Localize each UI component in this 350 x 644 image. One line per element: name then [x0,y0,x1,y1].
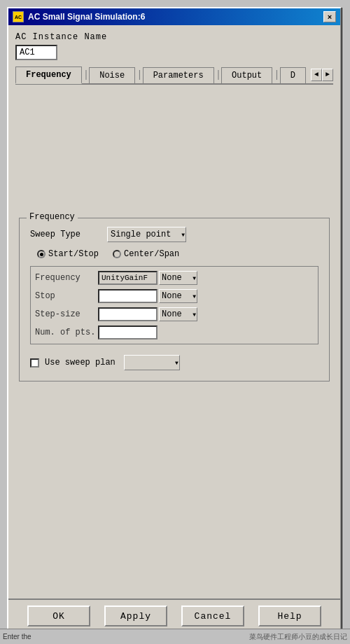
sweep-plan-select[interactable] [124,355,180,370]
radio-row: Start/Stop Center/Span [37,249,318,259]
window-body: AC Instance Name Frequency | Noise | Par… [8,25,340,598]
param-frequency-unit-select[interactable]: None Hz kHz MHz GHz [159,271,197,285]
tab-scroll: ◄ ► [311,69,333,81]
radio-start-stop-label: Start/Stop [48,249,99,259]
param-stepsize-input[interactable] [98,307,158,321]
window-icon: AC [13,11,24,22]
window-title: AC Small Signal Simulation:6 [28,12,145,22]
param-table: Frequency UnityGainF None Hz kHz MHz GHz [30,266,318,344]
param-row-stepsize: Step-size None Hz kHz MHz GHz ▼ [35,307,314,321]
param-stop-unit-select[interactable]: None Hz kHz MHz GHz [159,289,197,303]
tab-d[interactable]: D [280,67,306,83]
tab-sep-2: | [136,69,142,80]
param-row-frequency: Frequency UnityGainF None Hz kHz MHz GHz [35,271,314,285]
group-legend: Frequency [27,212,78,222]
tab-output[interactable]: Output [221,67,272,83]
apply-button[interactable]: Apply [104,606,167,626]
radio-start-stop-circle[interactable] [37,250,46,258]
param-numpts-input[interactable] [98,326,158,340]
param-frequency-unit-wrapper: None Hz kHz MHz GHz ▼ [159,271,197,285]
close-button[interactable]: × [323,11,336,22]
sweep-type-select[interactable]: Single point Linear Logarithmic [107,227,186,242]
tab-sep-3: | [216,69,221,80]
param-frequency-label: Frequency [35,273,98,283]
param-frequency-value: UnityGainF [98,271,158,285]
param-stop-unit-wrapper: None Hz kHz MHz GHz ▼ [159,289,197,303]
help-button[interactable]: Help [258,606,321,626]
title-bar: AC AC Small Signal Simulation:6 × [8,8,340,25]
tab-scroll-right[interactable]: ► [322,69,333,81]
tab-sep-4: | [274,69,279,80]
param-row-numpts: Num. of pts. [35,326,314,340]
sweep-plan-row: Use sweep plan ▼ [30,355,318,370]
radio-center-span-label: Center/Span [124,249,179,259]
sweep-plan-select-wrapper: ▼ [124,355,180,370]
cancel-button[interactable]: Cancel [181,606,244,626]
sweep-plan-label: Use sweep plan [45,358,115,368]
sweep-type-select-wrapper: Single point Linear Logarithmic ▼ [107,227,186,242]
tab-scroll-left[interactable]: ◄ [311,69,322,81]
radio-start-stop[interactable]: Start/Stop [37,249,99,259]
watermark-text: 菜鸟硬件工程师小豆的成长日记 [249,632,347,642]
title-bar-left: AC AC Small Signal Simulation:6 [13,11,145,22]
main-window: AC AC Small Signal Simulation:6 × AC Ins… [7,7,342,634]
content-area: Frequency Sweep Type Single point Linear… [15,85,333,592]
taskbar-text: Enter the [3,633,31,640]
sweep-type-label: Sweep Type [30,230,93,239]
tab-noise[interactable]: Noise [89,67,135,83]
param-stop-input[interactable] [98,289,158,303]
sweep-plan-checkbox[interactable] [30,358,39,368]
param-stepsize-unit-wrapper: None Hz kHz MHz GHz ▼ [159,307,197,321]
instance-name-input[interactable] [15,45,57,60]
tab-frequency[interactable]: Frequency [15,66,82,84]
param-row-stop: Stop None Hz kHz MHz GHz ▼ [35,289,314,303]
sweep-type-row: Sweep Type Single point Linear Logarithm… [30,227,318,242]
instance-name-label: AC Instance Name [15,32,333,42]
radio-center-span-circle[interactable] [113,250,121,258]
bottom-bar: OK Apply Cancel Help [8,598,340,632]
frequency-group: Frequency Sweep Type Single point Linear… [19,218,330,382]
param-stop-label: Stop [35,291,98,301]
tabs-bar: Frequency | Noise | Parameters | Output … [15,66,333,85]
radio-center-span[interactable]: Center/Span [113,249,179,259]
tab-parameters[interactable]: Parameters [143,67,214,83]
param-stepsize-label: Step-size [35,309,98,319]
taskbar-area: Enter the 菜鸟硬件工程师小豆的成长日记 [0,629,350,644]
param-stepsize-unit-select[interactable]: None Hz kHz MHz GHz [159,307,197,321]
ok-button[interactable]: OK [27,606,90,626]
tab-sep-1: | [83,69,89,80]
param-numpts-label: Num. of pts. [35,328,98,337]
